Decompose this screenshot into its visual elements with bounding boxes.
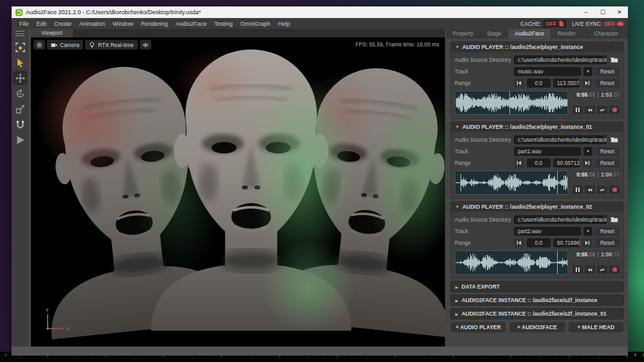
dropdown-icon[interactable]: ▼ (583, 67, 592, 76)
viewport-settings-button[interactable] (33, 40, 45, 50)
loop-button[interactable] (597, 106, 607, 114)
play-tool-icon[interactable] (13, 133, 27, 147)
audio-player-2-header[interactable]: ▼ AUDIO PLAYER :: /audio2face/player_ins… (451, 122, 623, 132)
add-audio2face-button[interactable]: + AUDIO2FACE (509, 322, 564, 332)
track-label: Track (455, 228, 511, 234)
tab-character-transfer[interactable]: Character Transfer (587, 29, 628, 39)
rewind-button[interactable] (585, 106, 595, 114)
menu-animation[interactable]: Animation (75, 21, 109, 27)
viewport-3d[interactable]: Camera RTX Real-time FPS: 55.56, Frame t… (31, 37, 445, 347)
menu-testing[interactable]: Testing (211, 21, 237, 27)
viewport-tab[interactable]: Viewport (31, 29, 73, 37)
menu-window[interactable]: Window (109, 21, 137, 27)
minimize-button[interactable]: – (578, 6, 594, 18)
skip-start-button[interactable] (514, 79, 524, 88)
skip-end-button[interactable] (582, 158, 592, 167)
rotate-tool-icon[interactable] (13, 86, 27, 100)
audio-player-1-header[interactable]: ▼ AUDIO PLAYER :: /audio2face/player_ins… (451, 42, 623, 52)
maximize-button[interactable]: ☐ (594, 6, 611, 18)
tab-property[interactable]: Property (446, 29, 480, 39)
source-dir-field[interactable]: c:\users\dkorobchenko\desktop\tracks (514, 215, 607, 224)
data-export-section[interactable]: ▶ DATA EXPORT (451, 281, 623, 292)
add-male-head-button[interactable]: + MALE HEAD (569, 322, 623, 332)
track-reset-button[interactable]: Reset (595, 67, 620, 76)
cursor-tool-icon[interactable] (13, 55, 27, 70)
selection-tool-icon[interactable] (13, 40, 27, 54)
waveform-display[interactable] (455, 171, 568, 195)
track-field[interactable]: part1.wav (514, 147, 581, 156)
range-end-field[interactable]: 60.66712 (553, 158, 580, 167)
visibility-button[interactable] (140, 40, 151, 50)
range-start-field[interactable]: 0.0 (527, 238, 551, 247)
waveform-display[interactable] (455, 91, 568, 115)
eye-icon (142, 42, 149, 48)
track-field[interactable]: music.wav (514, 67, 581, 76)
track-reset-button[interactable]: Reset (595, 147, 620, 156)
camera-button[interactable]: Camera (47, 40, 83, 50)
cache-badge[interactable]: OFF (543, 20, 567, 28)
rewind-button[interactable] (585, 186, 595, 194)
move-tool-icon[interactable] (13, 71, 27, 85)
source-dir-field[interactable]: c:\users\dkorobchenko\desktop\tracks (514, 135, 607, 144)
record-button[interactable] (609, 265, 620, 274)
range-start-field[interactable]: 0.0 (527, 158, 551, 167)
skip-end-button[interactable] (582, 79, 592, 88)
range-end-field[interactable]: 60.71896 (553, 238, 580, 247)
skip-start-button[interactable] (514, 158, 524, 167)
pause-button[interactable] (573, 106, 583, 114)
pause-button[interactable] (573, 186, 583, 194)
playhead[interactable] (557, 171, 558, 194)
scale-tool-icon[interactable] (13, 102, 27, 116)
folder-icon[interactable] (609, 135, 620, 144)
skip-end-button[interactable] (582, 238, 592, 247)
collapse-icon[interactable]: ▼ (455, 125, 459, 129)
menu-help[interactable]: Help (274, 21, 294, 27)
add-audio-player-button[interactable]: + AUDIO PLAYER (451, 322, 506, 332)
range-reset-button[interactable]: Reset (595, 79, 620, 88)
skip-start-button[interactable] (514, 238, 524, 247)
track-reset-button[interactable]: Reset (595, 227, 620, 236)
collapse-icon[interactable]: ▶ (455, 298, 459, 303)
tab-stage[interactable]: Stage (480, 29, 508, 39)
menu-edit[interactable]: Edit (33, 21, 51, 27)
collapse-icon[interactable]: ▼ (455, 205, 459, 209)
collapse-icon[interactable]: ▼ (455, 45, 459, 49)
tab-audio2face[interactable]: Audio2Face (508, 29, 551, 39)
playhead[interactable] (509, 91, 510, 114)
close-button[interactable]: ✕ (611, 6, 628, 18)
range-reset-button[interactable]: Reset (595, 158, 620, 167)
folder-icon[interactable] (609, 215, 620, 224)
title-bar[interactable]: Audio2Face 2021.2.0 - C:/Users/dkorobche… (12, 6, 628, 18)
snap-tool-icon[interactable] (13, 117, 27, 131)
menu-audio2face[interactable]: Audio2Face (172, 21, 211, 27)
renderer-button[interactable]: RTX Real-time (85, 40, 138, 50)
loop-button[interactable] (597, 186, 607, 194)
tab-render-settings[interactable]: Render Settings (551, 29, 588, 39)
source-dir-field[interactable]: c:\users\dkorobchenko\desktop\tracks (514, 55, 607, 64)
menu-create[interactable]: Create (50, 21, 75, 27)
pause-button[interactable] (573, 265, 583, 274)
range-end-field[interactable]: 113.35077 (553, 79, 580, 88)
range-reset-button[interactable]: Reset (595, 238, 620, 247)
loop-button[interactable] (597, 265, 607, 274)
record-button[interactable] (609, 186, 620, 194)
toolbar-grip-icon[interactable] (15, 31, 24, 36)
collapse-icon[interactable]: ▶ (455, 285, 459, 289)
playhead[interactable] (557, 251, 558, 274)
audio-player-3-header[interactable]: ▼ AUDIO PLAYER :: /audio2face/player_ins… (451, 202, 623, 212)
menu-file[interactable]: File (15, 21, 33, 27)
collapse-icon[interactable]: ▶ (455, 312, 459, 316)
a2f-instance-section[interactable]: ▶ AUDIO2FACE INSTANCE :: /audio2face/a2f… (451, 295, 623, 305)
dropdown-icon[interactable]: ▼ (583, 227, 592, 236)
track-field[interactable]: part2.wav (514, 227, 581, 236)
waveform-display[interactable] (455, 251, 568, 274)
range-start-field[interactable]: 0.0 (527, 79, 551, 88)
record-button[interactable] (609, 106, 620, 114)
rewind-button[interactable] (585, 265, 595, 274)
a2f-instance-01-section[interactable]: ▶ AUDIO2FACE INSTANCE :: /audio2face/a2f… (451, 309, 623, 319)
menu-omnigraph[interactable]: OmniGraph (236, 21, 274, 27)
folder-icon[interactable] (609, 55, 620, 64)
section-title: AUDIO2FACE INSTANCE :: /audio2face/a2f_i… (462, 297, 598, 303)
dropdown-icon[interactable]: ▼ (583, 147, 592, 156)
menu-rendering[interactable]: Rendering (137, 21, 172, 27)
